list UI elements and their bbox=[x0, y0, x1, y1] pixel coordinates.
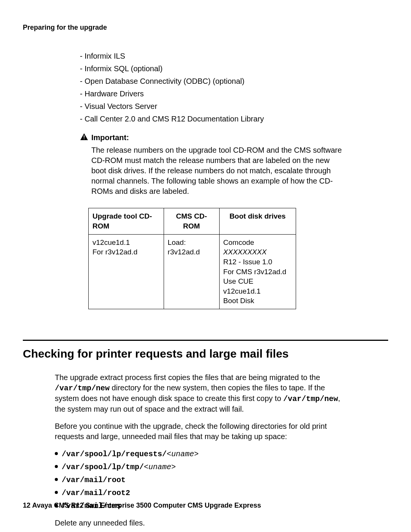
paragraph: The upgrade extract process first copies… bbox=[55, 372, 346, 414]
table-cell: Load: r3v12ad.d bbox=[164, 234, 219, 309]
important-text: The release numbers on the upgrade tool … bbox=[91, 145, 346, 197]
table-cell: v12cue1d.1 For r3v12ad.d bbox=[89, 234, 164, 309]
cdrom-table: Upgrade tool CD-ROM CMS CD-ROM Boot disk… bbox=[88, 208, 296, 309]
paragraph: Delete any unneeded files. bbox=[55, 518, 346, 528]
table-header: CMS CD-ROM bbox=[164, 208, 219, 234]
section-heading: Checking for printer requests and large … bbox=[23, 346, 388, 362]
page-number: 12 bbox=[23, 502, 30, 509]
list-item: /var/spool/lp/tmp/<uname> bbox=[55, 462, 346, 472]
warning-icon bbox=[80, 133, 88, 141]
top-body-block: Informix ILS Informix SQL (optional) Ope… bbox=[80, 51, 346, 309]
running-header: Preparing for the upgrade bbox=[23, 23, 388, 32]
paragraph: Before you continue with the upgrade, ch… bbox=[55, 421, 346, 442]
svg-rect-2 bbox=[84, 139, 84, 139]
svg-rect-1 bbox=[84, 136, 84, 138]
list-item: Open Database Connectivity (ODBC) (optio… bbox=[80, 76, 346, 86]
list-item: Informix SQL (optional) bbox=[80, 64, 346, 74]
section-divider bbox=[23, 340, 388, 341]
list-item: Visual Vectors Server bbox=[80, 101, 346, 112]
list-item: /var/mail/root bbox=[55, 474, 346, 485]
page-footer: 12 Avaya CMS R12 Sun Enterprise 3500 Com… bbox=[23, 501, 261, 510]
software-dash-list: Informix ILS Informix SQL (optional) Ope… bbox=[80, 51, 346, 124]
table-header-row: Upgrade tool CD-ROM CMS CD-ROM Boot disk… bbox=[89, 208, 296, 234]
list-item: /var/spool/lp/requests/<uname> bbox=[55, 449, 346, 459]
table-header: Upgrade tool CD-ROM bbox=[89, 208, 164, 234]
table-cell: Comcode XXXXXXXXX R12 - Issue 1.0 For CM… bbox=[219, 234, 296, 309]
table-row: v12cue1d.1 For r3v12ad.d Load: r3v12ad.d… bbox=[89, 234, 296, 309]
list-item: /var/mail/root2 bbox=[55, 487, 346, 498]
important-block: Important: The release numbers on the up… bbox=[80, 133, 346, 197]
important-content: Important: The release numbers on the up… bbox=[91, 133, 346, 197]
list-item: Call Center 2.0 and CMS R12 Documentatio… bbox=[80, 114, 346, 124]
page-container: Preparing for the upgrade Informix ILS I… bbox=[0, 0, 411, 528]
list-item: Hardware Drivers bbox=[80, 89, 346, 99]
important-label: Important: bbox=[91, 133, 129, 142]
list-item: Informix ILS bbox=[80, 51, 346, 61]
table-header: Boot disk drives bbox=[219, 208, 296, 234]
footer-title: Avaya CMS R12 Sun Enterprise 3500 Comput… bbox=[32, 502, 261, 509]
